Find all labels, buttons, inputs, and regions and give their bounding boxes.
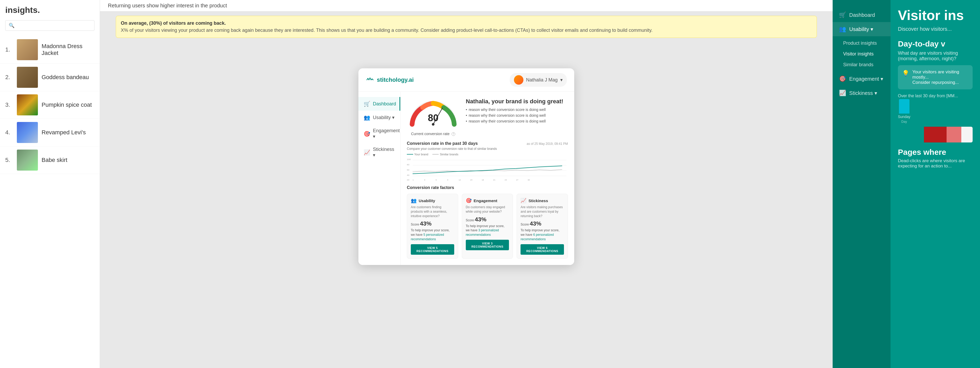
pages-section: Pages where Dead-clicks are where visito…	[898, 148, 973, 169]
help-icon[interactable]: ?	[452, 132, 455, 136]
product-item[interactable]: 2. Goddess bandeau	[0, 63, 100, 91]
svg-text:80: 80	[428, 113, 438, 123]
right-subnav-item[interactable]: Similar brands	[833, 59, 891, 70]
sunday-bar	[899, 99, 910, 114]
user-badge[interactable]: Nathalia J Mag ▾	[510, 73, 567, 87]
right-nav-item[interactable]: 📈 Stickiness ▾	[833, 86, 891, 100]
product-name: Madonna Dress Jacket	[41, 43, 94, 57]
factor-btn[interactable]: VIEW 5 RECOMMENDATIONS	[411, 244, 454, 255]
factor-rec-link[interactable]: 6 personalized recommendations	[520, 233, 554, 241]
factor-card: 👥 Usability Are customers finding produc…	[407, 194, 458, 259]
dash-nav-item[interactable]: 📈 Stickiness ▾	[358, 143, 400, 162]
card-topbar: stitchology.ai Nathalia J Mag ▾	[358, 68, 574, 92]
dash-main: 80 Current conversion rate ? Nathalia, y…	[401, 92, 574, 265]
factor-name: Engagement	[474, 198, 497, 203]
nav-icon: 🛒	[364, 101, 370, 107]
factor-rec-link[interactable]: 5 personalized recommendations	[411, 233, 444, 241]
product-item[interactable]: 3. Pumpkin spice coat	[0, 91, 100, 119]
factors-section: Conversion rate factors 👥 Usability Are …	[407, 185, 568, 259]
gauge-svg: 80	[407, 98, 460, 130]
factor-score-label: Score 43%	[466, 216, 509, 223]
product-item[interactable]: 5. Babe skirt	[0, 146, 100, 174]
username: Nathalia J Mag	[526, 77, 558, 83]
right-nav-item[interactable]: 🎯 Engagement ▾	[833, 72, 891, 86]
yellow-note: On average, (30%) of visitors are coming…	[116, 16, 817, 38]
svg-text:20: 20	[407, 178, 409, 181]
svg-text:100: 100	[407, 158, 411, 160]
factor-btn[interactable]: VIEW 6 RECOMMENDATIONS	[520, 244, 564, 255]
product-image	[17, 149, 38, 171]
visitor-subtitle: Discover how visitors...	[898, 26, 973, 32]
right-subnav-item[interactable]: Product insights	[833, 38, 891, 49]
factor-recs: To help improve your score, we have 5 pe…	[411, 228, 454, 241]
product-item[interactable]: 4. Revamped Levi's	[0, 119, 100, 146]
svg-text:27: 27	[516, 179, 519, 181]
nav-label: Usability ▾	[373, 114, 395, 121]
product-name: Goddess bandeau	[41, 74, 89, 81]
legend-brand-label: Your brand	[414, 153, 428, 156]
svg-text:18: 18	[482, 179, 484, 181]
factor-score-pct: 43%	[530, 220, 541, 227]
product-image	[17, 67, 38, 88]
factor-score-pct: 43%	[420, 220, 431, 227]
factor-card: 🎯 Engagement Do customers stay engaged w…	[462, 194, 513, 259]
score-section: 80 Current conversion rate ? Nathalia, y…	[407, 98, 568, 136]
nav-label: Stickiness ▾	[373, 147, 395, 158]
chart-area: 100 80 60 40 20	[407, 157, 568, 181]
search-bar[interactable]: 🔍	[5, 20, 94, 31]
factor-name: Usability	[419, 198, 435, 203]
dash-nav-item[interactable]: 👥 Usability ▾	[358, 111, 400, 124]
chart-header: Conversion rate in the past 30 days as o…	[407, 141, 568, 146]
right-nav-item[interactable]: 🛒 Dashboard	[833, 8, 891, 22]
product-image	[17, 94, 38, 116]
svg-text:9: 9	[447, 179, 448, 181]
sunday-label: Sunday	[898, 114, 910, 119]
dash-sidebar: 🛒 Dashboard 👥 Usability ▾ 🎯 Engagement ▾…	[358, 92, 401, 265]
score-reason-3: • reason why their conversion score is d…	[466, 119, 568, 123]
factor-desc: Do customers stay engaged while using yo…	[466, 205, 509, 214]
product-num: 1.	[5, 46, 13, 53]
daytodday-heading: Day-to-day v	[898, 40, 973, 48]
score-reason-1: • reason why their conversion score is d…	[466, 108, 568, 112]
dash-nav-item[interactable]: 🛒 Dashboard	[358, 97, 400, 111]
dash-nav-item[interactable]: 🎯 Engagement ▾	[358, 124, 400, 143]
search-icon: 🔍	[9, 22, 14, 29]
day-chart: Sunday Day	[898, 103, 973, 124]
chart-subtitle: Compare your customer conversion rate to…	[407, 147, 568, 151]
right-nav-label: Usability ▾	[849, 26, 873, 32]
legend-your-brand: Your brand	[407, 153, 428, 156]
product-item[interactable]: 1. Madonna Dress Jacket	[0, 36, 100, 63]
right-panel-container: 🛒 Dashboard 👥 Usability ▾ Product insigh…	[833, 0, 980, 368]
chevron-down-icon: ▾	[560, 77, 563, 83]
svg-text:30: 30	[528, 179, 530, 181]
right-nav-item[interactable]: 👥 Usability ▾	[833, 22, 891, 36]
yellow-note-detail: X% of your visitors viewing your product…	[121, 28, 652, 33]
day-sublabel: Day	[901, 120, 907, 124]
product-num: 2.	[5, 74, 13, 81]
right-subnav-item[interactable]: Visitor insights	[833, 49, 891, 59]
product-name: Babe skirt	[41, 157, 67, 163]
factor-score-pct: 43%	[475, 216, 486, 223]
color-block-red	[924, 127, 946, 143]
factor-score-label: Score 43%	[520, 220, 564, 227]
chart-svg: 100 80 60 40 20	[407, 157, 568, 181]
factor-recs: To help improve your score, we have 3 pe…	[466, 224, 509, 237]
reason-text-3: reason why their conversion score is doi…	[469, 119, 546, 123]
factor-rec-link[interactable]: 3 personalized recommendations	[466, 228, 499, 236]
day-bar-sunday: Sunday Day	[898, 99, 910, 124]
brand-logo: stitchology.ai	[366, 76, 414, 84]
pages-title: Pages where	[898, 148, 973, 157]
gauge-container: 80 Current conversion rate ?	[407, 98, 460, 136]
factor-header: 🎯 Engagement	[466, 198, 509, 203]
factor-btn[interactable]: VIEW 3 RECOMMENDATIONS	[466, 240, 509, 250]
day-bars: Sunday Day	[898, 103, 973, 124]
factor-icon: 🎯	[466, 198, 472, 203]
factor-icon: 📈	[520, 198, 526, 203]
right-sidebar: 🛒 Dashboard 👥 Usability ▾ Product insigh…	[833, 0, 891, 368]
factor-desc: Are visitors making purchases and are cu…	[520, 205, 564, 218]
right-nav-label: Engagement ▾	[849, 76, 883, 82]
nav-icon: 🎯	[364, 131, 370, 137]
nav-icon: 📈	[364, 149, 370, 155]
reason-text-2: reason why their conversion score is doi…	[469, 113, 546, 117]
svg-text:15: 15	[470, 179, 473, 181]
